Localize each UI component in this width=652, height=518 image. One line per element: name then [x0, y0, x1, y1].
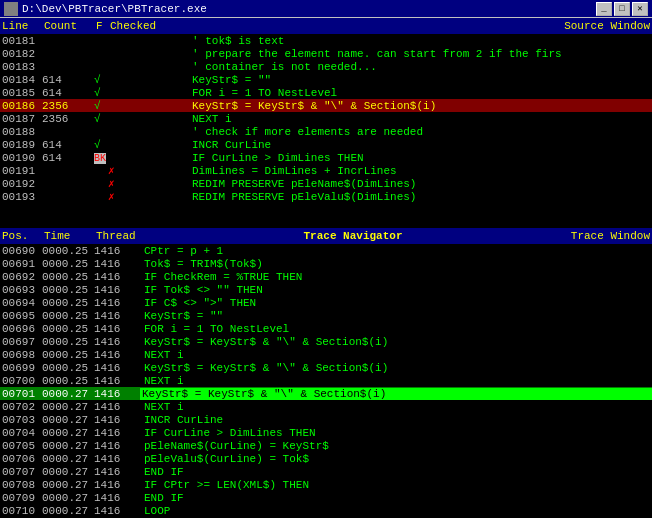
trace-row: 00706 0000.27 1416 pEleValu$(CurLine) = … [0, 452, 652, 465]
trace-thread: 1416 [94, 245, 140, 257]
trace-source: IF CheckRem = %TRUE THEN [140, 271, 652, 283]
trace-pos: 00699 [0, 362, 42, 374]
trace-source: KeyStr$ = "" [140, 310, 652, 322]
row-line: 00184 [0, 74, 42, 86]
trace-thread: 1416 [94, 336, 140, 348]
trace-row: 00698 0000.25 1416 NEXT i [0, 348, 652, 361]
trace-source: CPtr = p + 1 [140, 245, 652, 257]
col-header-f: F [96, 20, 110, 32]
trace-time: 0000.25 [42, 284, 94, 296]
row-line: 00186 [0, 100, 42, 112]
title-bar-title: D:\Dev\PBTracer\PBTracer.exe [22, 3, 207, 15]
trace-thread: 1416 [94, 505, 140, 517]
source-row: 00193 ✗ REDIM PRESERVE pEleValu$(DimLine… [0, 190, 652, 203]
trace-row: 00704 0000.27 1416 IF CurLine > DimLines… [0, 426, 652, 439]
trace-thread: 1416 [94, 297, 140, 309]
trace-source: IF CPtr >= LEN(XML$) THEN [140, 479, 652, 491]
trace-row: 00703 0000.27 1416 INCR CurLine [0, 413, 652, 426]
trace-row: 00699 0000.25 1416 KeyStr$ = KeyStr$ & "… [0, 361, 652, 374]
source-row: 00181 ' tok$ is text [0, 34, 652, 47]
trace-source: FOR i = 1 TO NestLevel [140, 323, 652, 335]
trace-time: 0000.25 [42, 362, 94, 374]
div-trace-window: Trace Window [530, 230, 650, 242]
trace-source: END IF [140, 466, 652, 478]
source-code-area: 00181 ' tok$ is text 00182 ' prepare the… [0, 34, 652, 228]
trace-thread: 1416 [94, 271, 140, 283]
row-f: √ [94, 74, 108, 86]
source-row: 00186 2356 √ KeyStr$ = KeyStr$ & "\" & S… [0, 99, 652, 112]
trace-source: KeyStr$ = KeyStr$ & "\" & Section$(i) [140, 336, 652, 348]
row-source: NEXT i [188, 113, 652, 125]
row-line: 00185 [0, 87, 42, 99]
trace-time: 0000.25 [42, 297, 94, 309]
close-button[interactable]: ✕ [632, 2, 648, 16]
row-f: √ [94, 100, 108, 112]
trace-source: IF C$ <> ">" THEN [140, 297, 652, 309]
source-row: 00191 ✗ DimLines = DimLines + IncrLines [0, 164, 652, 177]
trace-time: 0000.25 [42, 258, 94, 270]
row-count: 2356 [42, 113, 94, 125]
x-icon: ✗ [108, 178, 115, 190]
row-checked: ✗ [108, 190, 188, 203]
trace-pos: 00704 [0, 427, 42, 439]
row-f: √ [94, 113, 108, 125]
trace-source: IF Tok$ <> "" THEN [140, 284, 652, 296]
trace-row: 00710 0000.27 1416 LOOP [0, 504, 652, 517]
source-row: 00185 614 √ FOR i = 1 TO NestLevel [0, 86, 652, 99]
row-source: ' tok$ is text [188, 35, 652, 47]
trace-pos: 00706 [0, 453, 42, 465]
trace-time: 0000.27 [42, 466, 94, 478]
trace-pos: 00692 [0, 271, 42, 283]
trace-row: 00696 0000.25 1416 FOR i = 1 TO NestLeve… [0, 322, 652, 335]
trace-row: 00702 0000.27 1416 NEXT i [0, 400, 652, 413]
trace-row: 00697 0000.25 1416 KeyStr$ = KeyStr$ & "… [0, 335, 652, 348]
trace-thread: 1416 [94, 492, 140, 504]
trace-thread: 1416 [94, 258, 140, 270]
source-row: 00192 ✗ REDIM PRESERVE pEleName$(DimLine… [0, 177, 652, 190]
row-count: 614 [42, 139, 94, 151]
row-line: 00187 [0, 113, 42, 125]
source-row: 00189 614 √ INCR CurLine [0, 138, 652, 151]
trace-pos: 00710 [0, 505, 42, 517]
row-line: 00191 [0, 165, 42, 177]
trace-panel: 00690 0000.25 1416 CPtr = p + 1 00691 00… [0, 244, 652, 518]
row-checked: ✗ [108, 164, 188, 177]
top-panel: Line Count F Checked Source Window 00181… [0, 18, 652, 228]
trace-row: 00700 0000.25 1416 NEXT i [0, 374, 652, 387]
row-source: DimLines = DimLines + IncrLines [188, 165, 652, 177]
minimize-button[interactable]: _ [596, 2, 612, 16]
col-header-checked: Checked [110, 20, 190, 32]
trace-row: 00691 0000.25 1416 Tok$ = TRIM$(Tok$) [0, 257, 652, 270]
trace-source: NEXT i [140, 375, 652, 387]
row-line: 00182 [0, 48, 42, 60]
trace-time: 0000.25 [42, 271, 94, 283]
source-row: 00183 ' container is not needed... [0, 60, 652, 73]
trace-row: 00693 0000.25 1416 IF Tok$ <> "" THEN [0, 283, 652, 296]
row-f: √ [94, 139, 108, 151]
div-trace-navigator: Trace Navigator [176, 230, 530, 242]
trace-thread: 1416 [94, 440, 140, 452]
row-source: FOR i = 1 TO NestLevel [188, 87, 652, 99]
trace-row: 00690 0000.25 1416 CPtr = p + 1 [0, 244, 652, 257]
trace-pos: 00698 [0, 349, 42, 361]
row-source: KeyStr$ = KeyStr$ & "\" & Section$(i) [188, 100, 652, 112]
source-row: 00188 ' check if more elements are neede… [0, 125, 652, 138]
row-line: 00181 [0, 35, 42, 47]
maximize-button[interactable]: □ [614, 2, 630, 16]
trace-row: 00694 0000.25 1416 IF C$ <> ">" THEN [0, 296, 652, 309]
col-header-line: Line [2, 20, 44, 32]
trace-row: 00701 0000.27 1416 KeyStr$ = KeyStr$ & "… [0, 387, 652, 400]
trace-thread: 1416 [94, 427, 140, 439]
source-row: 00184 614 √ KeyStr$ = "" [0, 73, 652, 86]
row-line: 00183 [0, 61, 42, 73]
trace-pos: 00691 [0, 258, 42, 270]
trace-time: 0000.27 [42, 414, 94, 426]
row-line: 00193 [0, 191, 42, 203]
col-header-count: Count [44, 20, 96, 32]
row-count: 614 [42, 87, 94, 99]
app-icon [4, 2, 18, 16]
trace-pos: 00695 [0, 310, 42, 322]
trace-time: 0000.25 [42, 310, 94, 322]
trace-thread: 1416 [94, 375, 140, 387]
trace-thread: 1416 [94, 388, 140, 400]
